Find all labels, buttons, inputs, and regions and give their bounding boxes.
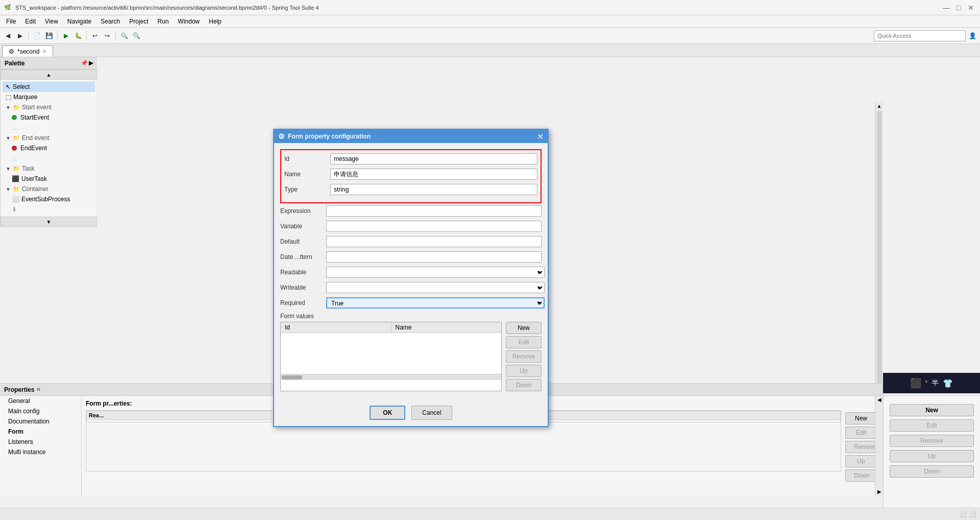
dialog-ok-button[interactable]: OK [370, 406, 405, 420]
palette-end-event[interactable]: EndEvent [3, 143, 95, 153]
toolbar-fwd[interactable]: ▶ [14, 30, 26, 41]
menu-edit[interactable]: Edit [21, 17, 40, 26]
readable-select[interactable]: True False [326, 267, 545, 278]
prop-nav-multi-instance[interactable]: Multi instance [0, 447, 81, 457]
menu-run[interactable]: Run [154, 17, 173, 26]
toolbar-zoomin[interactable]: 🔍 [118, 30, 130, 41]
fv-scrollbar-thumb[interactable] [282, 375, 302, 380]
palette-group-task[interactable]: ▼ 📁 Task [3, 163, 95, 174]
type-input[interactable] [330, 184, 537, 195]
required-select[interactable]: True False [326, 297, 545, 309]
widget-icon-1: ⬛ [910, 377, 921, 389]
right-new-button[interactable]: New [890, 404, 974, 416]
right-edit-button[interactable]: Edit [890, 419, 974, 432]
toolbar-separator-1 [28, 31, 29, 41]
properties-close-icon[interactable]: ✕ [36, 387, 40, 392]
palette-title: Palette [5, 60, 24, 67]
toolbar-redo[interactable]: ↪ [102, 30, 113, 41]
toolbar-user[interactable]: 👤 [967, 30, 978, 41]
main-area: 填写审批信息 [0, 57, 980, 508]
palette-marquee-label: Marquee [13, 93, 37, 101]
task-arrow-icon: ▼ [6, 166, 11, 172]
palette-select-tool[interactable]: ↖ Select [3, 82, 95, 92]
tab-close-icon[interactable]: ✕ [42, 49, 46, 54]
palette-event-subprocess[interactable]: ⬜ EventSubProcess [3, 194, 95, 204]
fv-edit-button[interactable]: Edit [506, 336, 542, 348]
toolbar-back[interactable]: ◀ [2, 30, 13, 41]
expression-input[interactable] [326, 205, 542, 217]
variable-input[interactable] [326, 221, 542, 232]
prop-nav-main-config[interactable]: Main config [0, 406, 81, 416]
type-row: Type [284, 184, 537, 195]
palette-start-event-extra[interactable]: ... [3, 123, 95, 133]
dialog-close-button[interactable]: ✕ [537, 132, 544, 141]
prop-nav-form[interactable]: Form [0, 427, 81, 437]
toolbar-save[interactable]: 💾 [43, 30, 55, 41]
toolbar-undo[interactable]: ↩ [89, 30, 101, 41]
right-remove-button[interactable]: Remove [890, 435, 974, 447]
form-new-button[interactable]: New [845, 412, 877, 424]
toolbar-zoomout[interactable]: 🔍 [131, 30, 142, 41]
end-event-extra-icon: ... [12, 155, 17, 162]
palette-group-container[interactable]: ▼ 📁 Container [3, 184, 95, 194]
prop-nav-documentation[interactable]: Documentation [0, 416, 81, 427]
palette-start-event[interactable]: StartEvent [3, 112, 95, 123]
prop-nav-general[interactable]: General [0, 396, 81, 406]
palette-group-end-event[interactable]: ▼ 📁 End event [3, 133, 95, 143]
date-pattern-input[interactable] [326, 251, 542, 263]
fv-new-button[interactable]: New [506, 322, 542, 334]
container-folder-icon: 📁 [13, 186, 20, 193]
maximize-button[interactable]: □ [953, 3, 964, 13]
name-input[interactable] [330, 169, 537, 180]
tab-bar: ⚙ *second ✕ [0, 44, 980, 57]
fv-up-button[interactable]: Up [506, 365, 542, 377]
status-icon-2[interactable]: ⬜ [969, 511, 976, 517]
palette-container-extra[interactable]: ⬇ [3, 204, 95, 215]
scroll-right-arrow[interactable]: ▶ [877, 489, 881, 494]
status-bar-icons: ⬜ ⬜ [960, 511, 976, 517]
status-icon-1[interactable]: ⬜ [960, 511, 967, 517]
menu-search[interactable]: Search [96, 17, 124, 26]
writeable-select[interactable]: True False [326, 282, 545, 293]
form-down-button[interactable]: Down [845, 469, 877, 482]
id-input[interactable] [330, 153, 537, 164]
date-pattern-row: Date ...ttern [280, 251, 542, 263]
form-property-dialog: ⚙ Form property configuration ✕ Id Name [273, 129, 549, 427]
minimize-button[interactable]: — [941, 3, 951, 13]
palette-user-task[interactable]: ⬛ UserTask [3, 174, 95, 184]
close-window-button[interactable]: ✕ [966, 3, 976, 13]
quick-access-input[interactable] [874, 30, 966, 41]
bottom-panel-scrollbar[interactable]: ◀ ▶ [875, 396, 883, 495]
fv-down-button[interactable]: Down [506, 379, 542, 391]
toolbar-debug[interactable]: 🐛 [72, 30, 84, 41]
dialog-cancel-button[interactable]: Cancel [411, 406, 452, 420]
form-remove-button[interactable]: Remove [845, 441, 877, 453]
palette-group-start-event[interactable]: ▼ 📁 Start event [3, 102, 95, 112]
menu-view[interactable]: View [41, 17, 62, 26]
palette-pin-icon[interactable]: 📌 [81, 60, 88, 66]
fv-remove-button[interactable]: Remove [506, 350, 542, 363]
menu-navigate[interactable]: Navigate [63, 17, 95, 26]
menu-project[interactable]: Project [125, 17, 152, 26]
form-edit-button[interactable]: Edit [845, 427, 877, 439]
palette-scroll-down[interactable]: ▼ [1, 217, 97, 227]
tab-second[interactable]: ⚙ *second ✕ [2, 45, 53, 57]
scroll-up-arrow[interactable]: ▲ [877, 103, 882, 109]
palette-arrow-icon[interactable]: ▶ [89, 60, 93, 66]
tab-icon: ⚙ [9, 48, 14, 55]
prop-nav-listeners[interactable]: Listeners [0, 437, 81, 447]
right-down-button[interactable]: Down [890, 465, 974, 478]
toolbar-run[interactable]: ▶ [60, 30, 71, 41]
fv-scrollbar[interactable] [281, 374, 501, 380]
palette-end-event-extra[interactable]: ... [3, 153, 95, 163]
palette-scroll-up[interactable]: ▲ [1, 69, 97, 80]
default-input[interactable] [326, 236, 542, 247]
menu-help[interactable]: Help [205, 17, 226, 26]
scroll-left-arrow[interactable]: ◀ [877, 397, 881, 403]
menu-file[interactable]: File [2, 17, 20, 26]
right-up-button[interactable]: Up [890, 450, 974, 462]
menu-window[interactable]: Window [174, 17, 204, 26]
form-up-button[interactable]: Up [845, 455, 877, 467]
palette-marquee-tool[interactable]: ⬚ Marquee [3, 92, 95, 102]
toolbar-new[interactable]: 📄 [31, 30, 42, 41]
